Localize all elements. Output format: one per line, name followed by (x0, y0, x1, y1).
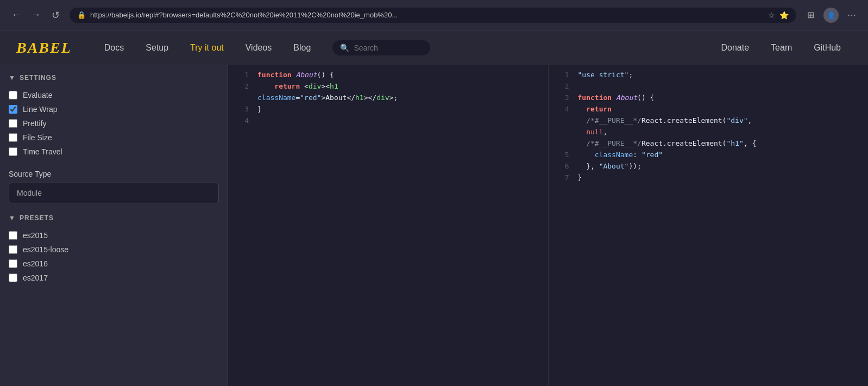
sidebar: ▼ SETTINGS Evaluate Line Wrap Prettify F… (0, 65, 228, 386)
output-line-6: 6 }, "About")); (549, 161, 869, 172)
reload-button[interactable]: ↺ (48, 8, 63, 23)
prettify-label: Prettify (23, 119, 47, 128)
prettify-checkbox[interactable] (9, 119, 17, 128)
line-wrap-option[interactable]: Line Wrap (9, 102, 219, 116)
es2017-option[interactable]: es2017 (9, 271, 219, 285)
line-wrap-checkbox[interactable] (9, 105, 17, 114)
bookmark-icon[interactable]: ⭐ (779, 11, 789, 20)
output-line-4d: /*#__PURE__*/React.createElement("h1", { (549, 138, 869, 150)
es2017-label: es2017 (23, 273, 48, 282)
address-bar[interactable] (90, 11, 764, 19)
evaluate-option[interactable]: Evaluate (9, 88, 219, 102)
search-input[interactable] (354, 43, 419, 52)
output-line-2: 2 (549, 81, 869, 92)
evaluate-checkbox[interactable] (9, 91, 17, 99)
back-button[interactable]: ← (9, 8, 24, 23)
output-line-3: 3 function About() { (549, 92, 869, 104)
settings-options: Evaluate Line Wrap Prettify File Size Ti… (9, 88, 219, 159)
es2016-checkbox[interactable] (9, 259, 17, 268)
es2017-checkbox[interactable] (9, 273, 17, 282)
search-box: 🔍 (332, 40, 430, 55)
input-line-4: 4 (228, 115, 548, 127)
source-type-select[interactable]: Module Script (9, 183, 219, 203)
es2015-loose-checkbox[interactable] (9, 245, 17, 254)
search-icon: 🔍 (340, 43, 349, 52)
presets-chevron-icon: ▼ (9, 214, 15, 222)
browser-chrome: ← → ↺ 🔒 ☆ ⭐ ⊞ 👤 ⋯ (0, 0, 868, 30)
output-line-4: 4 return (549, 104, 869, 115)
output-line-4c: null, (549, 127, 869, 138)
es2015-checkbox[interactable] (9, 231, 17, 240)
address-bar-container: 🔒 ☆ ⭐ (70, 8, 796, 23)
main-content: ▼ SETTINGS Evaluate Line Wrap Prettify F… (0, 65, 868, 386)
output-line-4b: /*#__PURE__*/React.createElement("div", (549, 115, 869, 127)
output-line-7: 7 } (549, 172, 869, 184)
es2015-option[interactable]: es2015 (9, 228, 219, 242)
browser-nav-buttons: ← → ↺ (9, 8, 63, 23)
output-line-1: 1 "use strict"; (549, 70, 869, 81)
nav-team[interactable]: Team (760, 30, 803, 65)
user-avatar: 👤 (823, 8, 839, 23)
evaluate-label: Evaluate (23, 91, 52, 99)
source-type-section: Source Type Module Script (9, 170, 219, 203)
source-type-label: Source Type (9, 170, 219, 178)
presets-title: PRESETS (20, 214, 54, 222)
input-line-2: 2 return <div><h1 (228, 81, 548, 92)
nav-docs[interactable]: Docs (93, 30, 135, 65)
nav-setup[interactable]: Setup (135, 30, 179, 65)
file-size-checkbox[interactable] (9, 133, 17, 142)
code-panels: 1 function About() { 2 return <div><h1 c… (228, 65, 868, 386)
input-line-3: 3 } (228, 104, 548, 115)
file-size-label: File Size (23, 133, 52, 142)
es2015-loose-label: es2015-loose (23, 245, 68, 254)
es2016-label: es2016 (23, 259, 48, 268)
settings-chevron-icon: ▼ (9, 74, 15, 82)
input-line-2b: className="red">About</h1></div>; (228, 92, 548, 104)
extensions-button[interactable]: ⊞ (803, 8, 818, 23)
settings-section-header[interactable]: ▼ SETTINGS (9, 74, 219, 82)
star-icon[interactable]: ☆ (768, 11, 775, 20)
output-line-5: 5 className: "red" (549, 150, 869, 161)
nav-right: Donate Team GitHub (710, 30, 852, 65)
babel-logo: BABEL (16, 39, 72, 57)
prettify-option[interactable]: Prettify (9, 116, 219, 130)
file-size-option[interactable]: File Size (9, 130, 219, 145)
presets-section: ▼ PRESETS es2015 es2015-loose es2016 es2… (9, 214, 219, 285)
presets-section-header[interactable]: ▼ PRESETS (9, 214, 219, 222)
output-code-panel: 1 "use strict"; 2 3 function About() { 4… (549, 65, 869, 386)
lock-icon: 🔒 (77, 11, 86, 19)
nav-donate[interactable]: Donate (710, 30, 760, 65)
line-wrap-label: Line Wrap (23, 105, 58, 114)
site-header: BABEL Docs Setup Try it out Videos Blog … (0, 30, 868, 65)
es2015-loose-option[interactable]: es2015-loose (9, 242, 219, 257)
more-button[interactable]: ⋯ (844, 8, 859, 23)
nav-blog[interactable]: Blog (282, 30, 322, 65)
input-line-1: 1 function About() { (228, 70, 548, 81)
input-code-panel[interactable]: 1 function About() { 2 return <div><h1 c… (228, 65, 549, 386)
es2016-option[interactable]: es2016 (9, 257, 219, 271)
forward-button[interactable]: → (28, 8, 43, 23)
browser-right-actions: ⊞ 👤 ⋯ (803, 8, 859, 23)
settings-title: SETTINGS (20, 74, 56, 82)
nav-github[interactable]: GitHub (803, 30, 852, 65)
time-travel-option[interactable]: Time Travel (9, 145, 219, 159)
time-travel-label: Time Travel (23, 147, 62, 156)
nav-try-it-out[interactable]: Try it out (179, 30, 235, 65)
site-nav: Docs Setup Try it out Videos Blog 🔍 Dona… (93, 30, 852, 65)
es2015-label: es2015 (23, 231, 48, 240)
nav-videos[interactable]: Videos (235, 30, 283, 65)
time-travel-checkbox[interactable] (9, 147, 17, 156)
